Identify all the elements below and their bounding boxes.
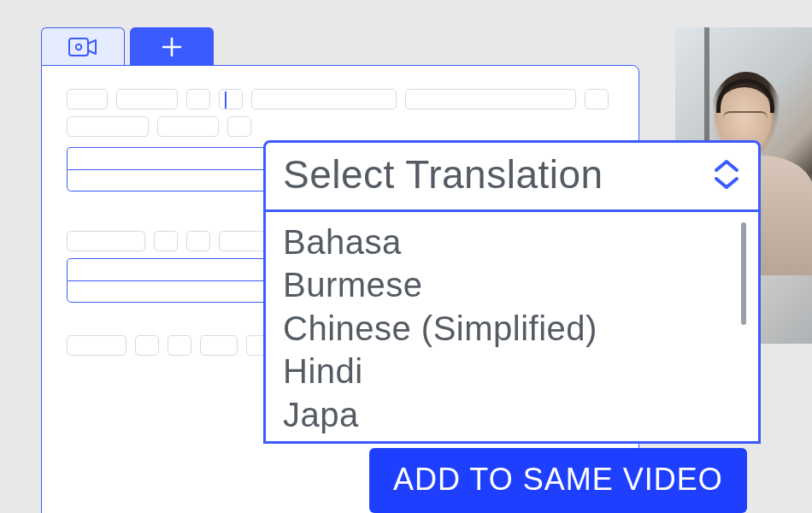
token-pill[interactable] [186,231,210,251]
translation-option[interactable]: Japa [283,393,741,436]
token-pill[interactable] [135,335,159,356]
svg-rect-0 [69,38,88,56]
translation-dropdown: Select Translation Bahasa Burmese Chines… [263,140,761,444]
token-pill-cursor[interactable] [219,89,243,109]
tab-add[interactable] [130,27,214,65]
tab-video[interactable] [41,27,125,65]
token-pill[interactable] [200,335,238,356]
scrollbar-thumb[interactable] [741,222,746,325]
translation-option[interactable]: Bahasa [283,221,741,263]
token-pill[interactable] [67,116,149,137]
token-pill[interactable] [154,231,178,251]
translation-dropdown-list: Bahasa Burmese Chinese (Simplified) Hind… [266,212,758,441]
camera-icon [68,38,97,56]
svg-point-1 [76,44,81,49]
token-pill[interactable] [186,89,210,109]
token-pill[interactable] [67,89,108,109]
token-pill[interactable] [405,89,576,109]
pill-row [67,116,614,137]
translation-option[interactable]: Chinese (Simplified) [283,307,741,350]
token-pill[interactable] [67,231,145,251]
translation-dropdown-placeholder: Select Translation [283,151,603,198]
pill-row [67,89,614,109]
updown-icon [712,157,741,192]
token-pill[interactable] [227,116,251,137]
plus-icon [161,36,183,58]
token-pill[interactable] [157,116,219,137]
tab-bar [41,27,214,65]
token-pill[interactable] [67,335,127,356]
translation-option[interactable]: Burmese [283,263,741,306]
photo-glasses [723,111,768,125]
translation-option[interactable]: Hindi [283,350,741,392]
add-to-same-video-button[interactable]: ADD TO SAME VIDEO [369,448,747,513]
token-pill[interactable] [168,335,191,356]
token-pill[interactable] [585,89,609,109]
token-pill[interactable] [251,89,397,109]
token-pill[interactable] [116,89,178,109]
translation-dropdown-toggle[interactable]: Select Translation [266,143,758,212]
